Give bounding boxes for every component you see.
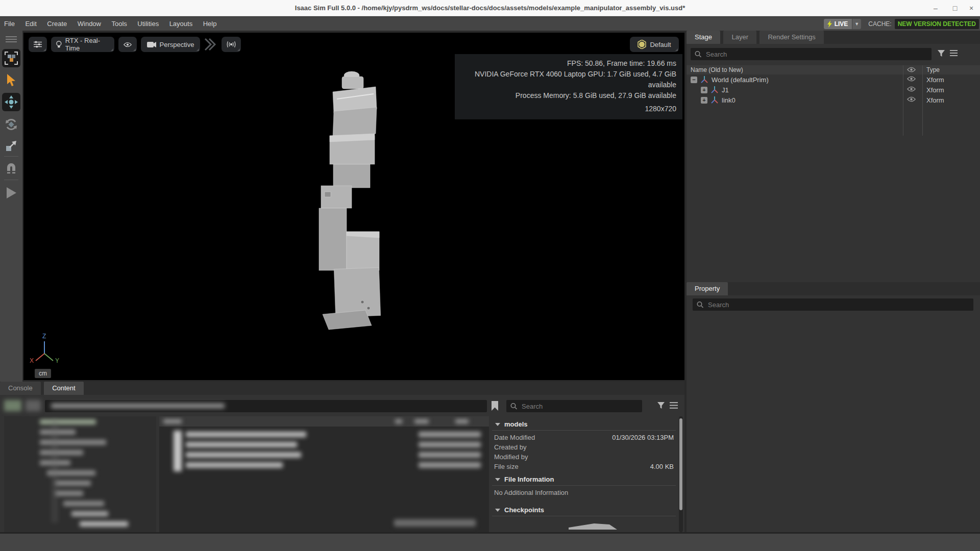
content-options-button[interactable]	[670, 402, 678, 409]
move-tool[interactable]	[2, 93, 20, 111]
field-value: 4.00 KB	[650, 462, 674, 471]
viewport-3d[interactable]: RTX - Real-Time Perspective	[23, 33, 684, 380]
folder-row-blurred[interactable]	[55, 491, 83, 496]
property-search[interactable]	[693, 298, 973, 311]
visibility-eye-icon[interactable]	[907, 76, 916, 82]
folder-row-blurred[interactable]	[40, 450, 83, 455]
tab-property[interactable]: Property	[687, 282, 728, 295]
file-row-blurred[interactable]	[186, 452, 301, 458]
visibility-eye-icon[interactable]	[907, 96, 916, 102]
lighting-mode-button[interactable]: Default	[630, 37, 679, 52]
capture-button[interactable]	[222, 37, 241, 52]
render-settings-button[interactable]	[29, 37, 47, 52]
expand-toolbar-chevrons[interactable]	[203, 38, 216, 53]
section-header-checkpoints[interactable]: Checkpoints	[492, 504, 676, 516]
content-nav-button-blurred[interactable]	[26, 400, 41, 411]
tab-stage[interactable]: Stage	[687, 31, 720, 44]
expand-plus-icon[interactable]: +	[701, 87, 707, 93]
snap-tool[interactable]	[2, 159, 20, 178]
restore-button[interactable]: □	[948, 3, 962, 13]
section-header-file-information[interactable]: File Information	[492, 473, 676, 486]
toolbar-separator	[4, 156, 18, 157]
xform-axis-icon	[710, 86, 719, 94]
section-header-models[interactable]: models	[492, 418, 676, 431]
expand-plus-icon[interactable]: +	[701, 97, 707, 104]
stage-search-input[interactable]	[691, 48, 932, 60]
visibility-eye-icon[interactable]	[907, 86, 916, 92]
content-nav-button-blurred[interactable]	[4, 400, 21, 411]
live-dropdown-button[interactable]: ▼	[852, 19, 861, 29]
name-column-header[interactable]: Name (Old to New)	[691, 66, 743, 73]
stage-options-button[interactable]	[950, 50, 958, 56]
tab-content[interactable]: Content	[44, 382, 84, 395]
menu-file[interactable]: File	[0, 17, 19, 28]
thumbnail-size-slider-blurred[interactable]	[394, 519, 476, 527]
content-search-input[interactable]	[506, 400, 642, 412]
folder-row-blurred[interactable]	[40, 419, 96, 424]
visibility-button[interactable]	[118, 37, 137, 52]
minimize-button[interactable]: –	[929, 3, 942, 13]
menu-tools[interactable]: Tools	[107, 17, 131, 28]
scale-tool[interactable]	[2, 137, 20, 155]
move-icon	[5, 95, 18, 109]
content-file-list-blurred[interactable]	[159, 416, 489, 532]
menu-help[interactable]: Help	[199, 17, 221, 28]
column-size-blurred[interactable]	[455, 419, 469, 423]
field-label: Date Modified	[494, 433, 535, 442]
live-cache-area: LIVE ▼ CACHE: NEW VERSION DETECTED	[824, 18, 979, 30]
toolbar-drag-handle-icon[interactable]	[2, 34, 20, 45]
stage-row-link0[interactable]: + link0 Xform	[687, 95, 980, 105]
property-tabstrip: Property	[687, 282, 980, 295]
folder-row-blurred[interactable]	[55, 481, 91, 486]
stage-search[interactable]	[691, 48, 932, 60]
tab-layer[interactable]: Layer	[723, 31, 756, 44]
content-filter-button[interactable]	[657, 402, 665, 409]
isaac-sim-window: Isaac Sim Full 5.0.0 - /home/kjy/pysdrm_…	[0, 0, 980, 551]
folder-row-blurred[interactable]	[80, 521, 128, 527]
titlebar: Isaac Sim Full 5.0.0 - /home/kjy/pysdrm_…	[0, 0, 980, 16]
renderer-selector-button[interactable]: RTX - Real-Time	[51, 37, 114, 52]
sort-arrow-blurred[interactable]	[395, 419, 402, 423]
play-button[interactable]	[2, 184, 20, 202]
close-button[interactable]: ×	[965, 3, 978, 13]
tab-console[interactable]: Console	[0, 382, 41, 395]
folder-row-blurred[interactable]	[63, 501, 104, 506]
file-date-blurred	[419, 432, 481, 437]
live-button[interactable]: LIVE	[824, 19, 852, 29]
path-text-blurred	[51, 404, 225, 408]
column-date-blurred[interactable]	[414, 419, 429, 423]
details-scrollbar-thumb[interactable]	[679, 418, 682, 510]
folder-row-blurred[interactable]	[40, 440, 106, 445]
details-scrollbar-track[interactable]	[679, 416, 683, 532]
content-search[interactable]	[506, 400, 642, 412]
type-column-header[interactable]: Type	[926, 66, 940, 73]
filter-funnel-icon	[657, 402, 665, 409]
folder-row-blurred[interactable]	[71, 511, 108, 516]
content-path-bar[interactable]	[45, 400, 487, 412]
menu-layouts[interactable]: Layouts	[165, 17, 197, 28]
file-date-blurred	[419, 452, 481, 458]
cursor-select-tool[interactable]	[2, 71, 20, 90]
menu-edit[interactable]: Edit	[21, 17, 40, 28]
stage-row-j1[interactable]: + J1 Xform	[687, 85, 980, 95]
collapse-minus-icon[interactable]: −	[691, 77, 697, 83]
rotate-tool[interactable]	[2, 115, 20, 134]
camera-selector-button[interactable]: Perspective	[141, 37, 200, 52]
column-name-blurred[interactable]	[163, 419, 182, 423]
menu-create[interactable]: Create	[43, 17, 71, 28]
axis-gizmo[interactable]: Z X Y	[27, 332, 62, 366]
menu-window[interactable]: Window	[74, 17, 105, 28]
stage-row-world[interactable]: − World (defaultPrim) Xform	[687, 74, 980, 85]
tab-render-settings[interactable]: Render Settings	[760, 31, 823, 44]
field-created-by: Created by	[492, 442, 676, 452]
cache-status-badge: NEW VERSION DETECTED	[895, 19, 979, 29]
bookmark-button[interactable]	[491, 401, 499, 411]
property-search-input[interactable]	[693, 298, 973, 311]
menu-utilities[interactable]: Utilities	[133, 17, 163, 28]
file-row-blurred[interactable]	[186, 442, 297, 447]
stage-filter-button[interactable]	[938, 50, 945, 57]
content-folder-tree-blurred[interactable]	[4, 416, 156, 532]
file-row-blurred[interactable]	[186, 432, 306, 437]
select-mode-tool[interactable]	[2, 49, 20, 67]
file-row-blurred[interactable]	[186, 462, 283, 468]
